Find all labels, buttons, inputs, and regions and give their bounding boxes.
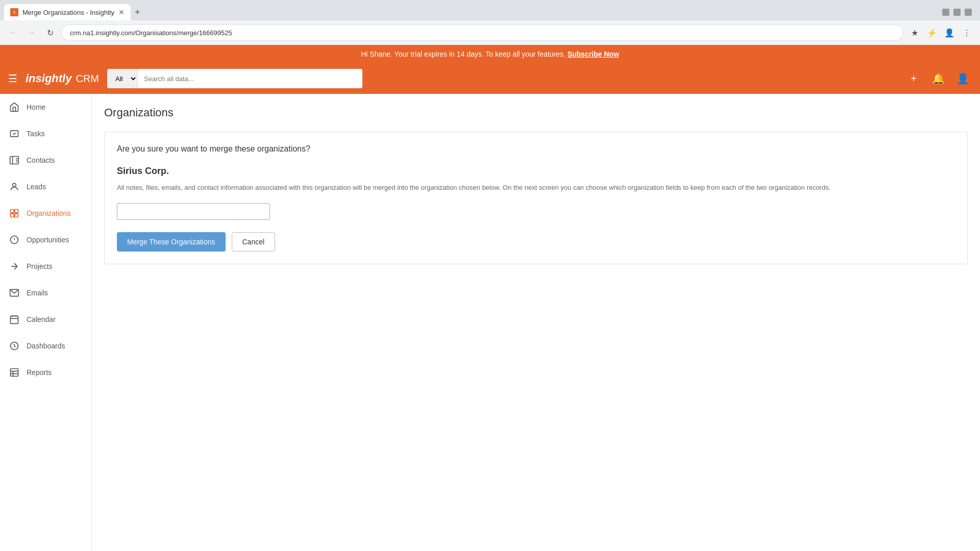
sidebar-label-leads: Leads bbox=[27, 183, 46, 191]
sidebar-item-organizations[interactable]: Organizations bbox=[0, 200, 91, 227]
sidebar-label-organizations: Organizations bbox=[27, 209, 70, 217]
sidebar-item-dashboards[interactable]: Dashboards bbox=[0, 333, 91, 359]
sidebar-label-calendar: Calendar bbox=[27, 315, 56, 323]
svg-rect-16 bbox=[11, 316, 18, 323]
svg-rect-9 bbox=[11, 214, 14, 217]
hamburger-button[interactable]: ☰ bbox=[8, 72, 17, 85]
sidebar-item-opportunities[interactable]: Opportunities bbox=[0, 227, 91, 253]
browser-chrome: i Merge Organizations - Insightly ✕ + ← … bbox=[0, 0, 980, 45]
home-icon bbox=[8, 101, 20, 113]
sidebar-item-leads[interactable]: Leads bbox=[0, 173, 91, 200]
tab-title: Merge Organizations - Insightly bbox=[22, 9, 114, 16]
sidebar-item-calendar[interactable]: Calendar bbox=[0, 306, 91, 333]
window-close[interactable] bbox=[965, 9, 972, 16]
page-title: Organizations bbox=[104, 106, 968, 119]
window-maximize[interactable] bbox=[953, 9, 961, 16]
sidebar-label-projects: Projects bbox=[27, 262, 53, 270]
address-bar[interactable]: crm.na1.insightly.com/Organisations/merg… bbox=[61, 24, 903, 41]
sidebar-item-tasks[interactable]: Tasks bbox=[0, 120, 91, 147]
merge-button[interactable]: Merge These Organizations bbox=[117, 232, 226, 252]
bookmark-button[interactable]: ★ bbox=[908, 26, 922, 40]
trial-banner: Hi Shane. Your trial expires in 14 days.… bbox=[0, 45, 980, 63]
header-actions: + 🔔 👤 bbox=[904, 69, 972, 88]
back-button[interactable]: ← bbox=[6, 26, 20, 40]
sidebar-item-projects[interactable]: Projects bbox=[0, 253, 91, 280]
merge-description: All notes, files, emails, and contact in… bbox=[117, 183, 955, 193]
leads-icon bbox=[8, 181, 20, 193]
notifications-button[interactable]: 🔔 bbox=[929, 69, 947, 88]
main-layout: Home Tasks Contacts Leads bbox=[0, 94, 980, 551]
tab-close-button[interactable]: ✕ bbox=[118, 8, 125, 16]
org-name: Sirius Corp. bbox=[117, 166, 955, 177]
organizations-icon bbox=[8, 207, 20, 219]
new-tab-button[interactable]: + bbox=[131, 7, 144, 18]
svg-rect-8 bbox=[15, 210, 18, 213]
tab-favicon: i bbox=[10, 8, 18, 16]
emails-icon bbox=[8, 287, 20, 299]
tasks-icon bbox=[8, 128, 20, 140]
sidebar-item-reports[interactable]: Reports bbox=[0, 359, 91, 386]
sidebar-label-contacts: Contacts bbox=[27, 156, 55, 164]
forward-button[interactable]: → bbox=[24, 26, 39, 40]
logo-text: insightly bbox=[26, 72, 71, 85]
sidebar-item-home[interactable]: Home bbox=[0, 94, 91, 120]
merge-question: Are you sure you want to merge these org… bbox=[117, 144, 955, 154]
sidebar-label-home: Home bbox=[27, 103, 45, 111]
merge-target-input[interactable] bbox=[117, 203, 270, 220]
content-area: Organizations Are you sure you want to m… bbox=[92, 94, 980, 551]
browser-toolbar: ← → ↻ crm.na1.insightly.com/Organisation… bbox=[0, 20, 980, 45]
search-area: All bbox=[107, 69, 896, 88]
sidebar-item-emails[interactable]: Emails bbox=[0, 280, 91, 306]
active-tab[interactable]: i Merge Organizations - Insightly ✕ bbox=[4, 4, 131, 20]
search-box: All bbox=[107, 69, 362, 88]
profile-button[interactable]: 👤 bbox=[942, 26, 957, 40]
search-dropdown[interactable]: All bbox=[107, 69, 138, 88]
svg-rect-21 bbox=[11, 369, 18, 377]
svg-rect-10 bbox=[15, 214, 18, 217]
url-text: crm.na1.insightly.com/Organisations/merg… bbox=[70, 29, 232, 37]
settings-button[interactable]: ⋮ bbox=[960, 26, 974, 40]
add-button[interactable]: + bbox=[904, 69, 923, 88]
cancel-button[interactable]: Cancel bbox=[232, 232, 276, 252]
sidebar-label-opportunities: Opportunities bbox=[27, 236, 69, 244]
reload-button[interactable]: ↻ bbox=[43, 26, 57, 40]
sidebar-label-emails: Emails bbox=[27, 289, 48, 297]
projects-icon bbox=[8, 260, 20, 272]
reports-icon bbox=[8, 366, 20, 379]
merge-card: Are you sure you want to merge these org… bbox=[104, 132, 968, 264]
sidebar: Home Tasks Contacts Leads bbox=[0, 94, 92, 551]
calendar-icon bbox=[8, 313, 20, 325]
search-input[interactable] bbox=[138, 69, 362, 88]
opportunities-icon bbox=[8, 234, 20, 246]
svg-point-6 bbox=[13, 183, 16, 187]
app-wrapper: Hi Shane. Your trial expires in 14 days.… bbox=[0, 45, 980, 551]
page-content: Organizations Are you sure you want to m… bbox=[92, 94, 980, 551]
tab-bar: i Merge Organizations - Insightly ✕ + bbox=[0, 0, 980, 20]
user-avatar[interactable]: 👤 bbox=[953, 69, 972, 88]
crm-label: CRM bbox=[76, 73, 99, 85]
sidebar-label-reports: Reports bbox=[27, 368, 52, 377]
subscribe-link[interactable]: Subscribe Now bbox=[568, 50, 619, 58]
svg-rect-7 bbox=[11, 210, 14, 213]
app-header: ☰ insightly CRM All + 🔔 👤 bbox=[0, 63, 980, 94]
logo-area: insightly CRM bbox=[26, 72, 99, 85]
sidebar-label-dashboards: Dashboards bbox=[27, 342, 65, 350]
dashboards-icon bbox=[8, 340, 20, 352]
button-row: Merge These Organizations Cancel bbox=[117, 232, 955, 252]
banner-message: Hi Shane. Your trial expires in 14 days.… bbox=[361, 50, 566, 58]
contacts-icon bbox=[8, 154, 20, 166]
sidebar-label-tasks: Tasks bbox=[27, 130, 45, 138]
sidebar-item-contacts[interactable]: Contacts bbox=[0, 147, 91, 173]
window-minimize[interactable] bbox=[942, 9, 949, 16]
extensions-button[interactable]: ⚡ bbox=[925, 26, 939, 40]
